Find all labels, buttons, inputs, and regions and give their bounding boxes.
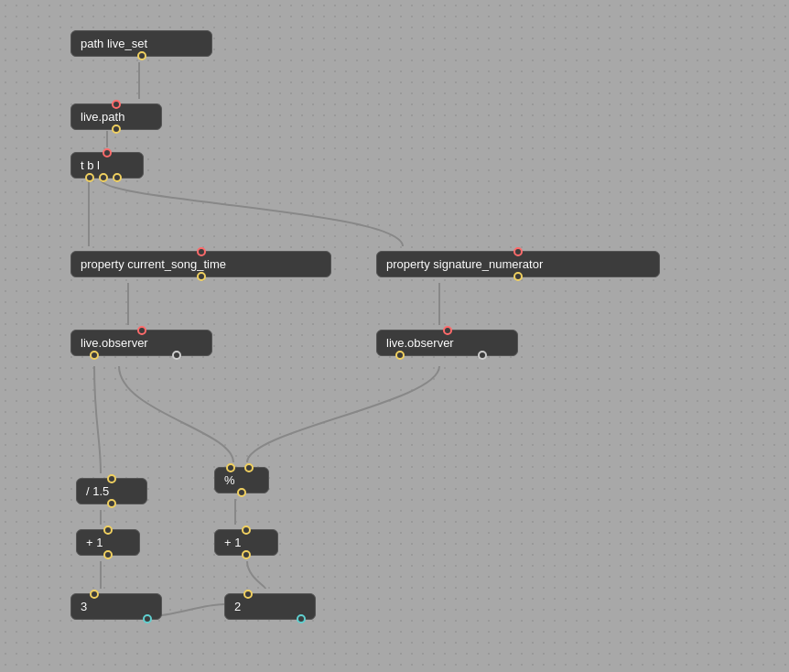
wire-7 [94,366,101,473]
property-cst-port-top [197,247,206,256]
property-sn-port-top [513,247,523,256]
plus-1-right-port-bottom [242,550,251,559]
live-path-node[interactable]: live.path [70,103,162,130]
div-1-5-port-top [107,474,116,483]
div-1-5-node[interactable]: / 1.5 [76,478,147,504]
wire-9 [247,366,439,462]
property-sn-label: property signature_numerator [386,257,543,271]
t-b-l-label: t b l [81,158,100,172]
plus-1-left-port-bottom [103,550,113,559]
plus-1-left-node[interactable]: + 1 [76,529,140,556]
path-live-set-node[interactable]: path live_set [70,30,212,57]
modulo-node[interactable]: % [214,467,269,493]
live-observer-right-label: live.observer [386,336,454,350]
t-b-l-port-bottom-3 [113,173,122,182]
num-2-node[interactable]: 2 [224,593,316,620]
wire-8 [119,366,233,462]
property-current-song-time-node[interactable]: property current_song_time [70,251,331,277]
property-cst-port-bottom [197,272,206,281]
num-3-port-top [90,590,99,599]
live-observer-left-port-bottom-1 [90,351,99,360]
modulo-port-top-2 [244,463,254,472]
live-path-port-top [112,100,121,109]
modulo-port-top-1 [226,463,235,472]
property-signature-numerator-node[interactable]: property signature_numerator [376,251,660,277]
num-3-node[interactable]: 3 [70,593,162,620]
path-live-set-port-bottom [137,51,146,60]
num-3-label: 3 [81,600,87,613]
property-cst-label: property current_song_time [81,257,226,271]
live-path-label: live.path [81,110,124,124]
modulo-port-bottom [237,488,246,497]
modulo-label: % [224,473,235,487]
num-3-port-bottom [143,614,152,623]
t-b-l-port-bottom-1 [85,173,94,182]
live-path-port-bottom [112,125,121,134]
t-b-l-port-bottom-2 [99,173,108,182]
live-observer-left-port-top [137,326,146,335]
path-live-set-label: path live_set [81,37,147,50]
t-b-l-port-top [103,148,112,157]
live-observer-right-port-bottom-2 [478,351,487,360]
live-observer-left-node[interactable]: live.observer [70,330,212,356]
plus-1-right-port-top [242,526,251,535]
wire-4 [101,179,403,246]
num-2-port-top [243,590,253,599]
num-2-port-bottom [297,614,306,623]
live-observer-left-port-bottom-2 [172,351,181,360]
plus-1-left-port-top [103,526,113,535]
div-1-5-label: / 1.5 [86,484,109,498]
wire-13 [247,561,265,589]
live-observer-right-port-bottom-1 [395,351,405,360]
wire-14 [151,604,224,616]
plus-1-right-node[interactable]: + 1 [214,529,278,556]
property-sn-port-bottom [513,272,523,281]
plus-1-right-label: + 1 [224,536,241,549]
div-1-5-port-bottom [107,499,116,508]
live-observer-right-node[interactable]: live.observer [376,330,518,356]
plus-1-left-label: + 1 [86,536,103,549]
num-2-label: 2 [234,600,241,613]
live-observer-right-port-top [443,326,452,335]
t-b-l-node[interactable]: t b l [70,152,144,179]
live-observer-left-label: live.observer [81,336,148,350]
